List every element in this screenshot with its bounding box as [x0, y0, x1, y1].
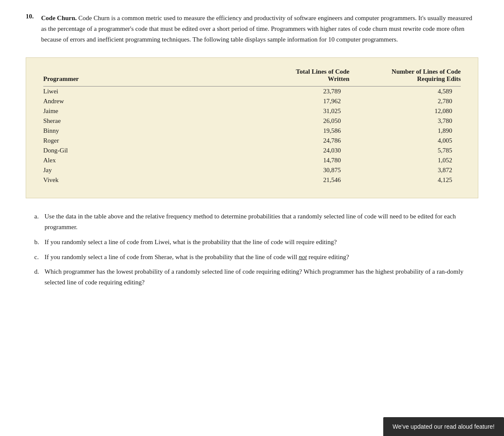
question-a-label: a. — [34, 211, 42, 233]
table-header-row: Programmer Total Lines of Code Written N… — [43, 68, 461, 87]
cell-edits-lines: 3,780 — [349, 116, 461, 126]
cell-edits-lines: 1,052 — [349, 155, 461, 165]
problem-number: 10. — [26, 13, 38, 45]
table-row: Jay30,8753,872 — [43, 165, 461, 175]
question-c: c. If you randomly select a line of code… — [26, 252, 478, 263]
table-row: Liwei23,7894,589 — [43, 87, 461, 97]
cell-edits-lines: 1,890 — [349, 126, 461, 136]
problem-intro: Code Churn is a common metric used to me… — [41, 15, 472, 43]
table-row: Binny19,5861,890 — [43, 126, 461, 136]
cell-total-lines: 14,780 — [255, 155, 349, 165]
cell-edits-lines: 2,780 — [349, 96, 461, 106]
cell-programmer-name: Binny — [43, 126, 255, 136]
cell-programmer-name: Andrew — [43, 96, 255, 106]
cell-total-lines: 19,586 — [255, 126, 349, 136]
cell-total-lines: 24,030 — [255, 146, 349, 155]
cell-total-lines: 24,786 — [255, 136, 349, 146]
question-d: d. Which programmer has the lowest proba… — [26, 266, 478, 288]
problem-header: 10. Code Churn. Code Churn is a common m… — [26, 13, 478, 45]
data-table: Programmer Total Lines of Code Written N… — [43, 68, 461, 185]
question-a: a. Use the data in the table above and t… — [26, 211, 478, 233]
col-edits-header: Number of Lines of Code Requiring Edits — [349, 68, 461, 87]
cell-programmer-name: Liwei — [43, 87, 255, 97]
cell-edits-lines: 4,125 — [349, 175, 461, 185]
cell-edits-lines: 4,005 — [349, 136, 461, 146]
question-c-label: c. — [34, 252, 42, 263]
question-d-label: d. — [34, 266, 42, 288]
cell-programmer-name: Sherae — [43, 116, 255, 126]
question-b: b. If you randomly select a line of code… — [26, 237, 478, 248]
cell-programmer-name: Jaime — [43, 106, 255, 116]
col-total-header: Total Lines of Code Written — [255, 68, 349, 87]
table-body: Liwei23,7894,589Andrew17,9622,780Jaime31… — [43, 87, 461, 185]
table-row: Jaime31,02512,080 — [43, 106, 461, 116]
toast-notification[interactable]: We've updated our read aloud feature! — [383, 417, 504, 436]
cell-total-lines: 30,875 — [255, 165, 349, 175]
cell-programmer-name: Alex — [43, 155, 255, 165]
cell-total-lines: 17,962 — [255, 96, 349, 106]
cell-total-lines: 21,546 — [255, 175, 349, 185]
problem-body: Code Churn. Code Churn is a common metri… — [41, 13, 478, 45]
questions-section: a. Use the data in the table above and t… — [26, 211, 478, 288]
question-c-text: If you randomly select a line of code fr… — [45, 252, 478, 263]
question-b-label: b. — [34, 237, 42, 248]
table-row: Sherae26,0503,780 — [43, 116, 461, 126]
cell-programmer-name: Jay — [43, 165, 255, 175]
cell-programmer-name: Vivek — [43, 175, 255, 185]
table-row: Vivek21,5464,125 — [43, 175, 461, 185]
data-table-container: Programmer Total Lines of Code Written N… — [26, 57, 478, 198]
table-row: Andrew17,9622,780 — [43, 96, 461, 106]
question-b-text: If you randomly select a line of code fr… — [45, 237, 478, 248]
cell-edits-lines: 3,872 — [349, 165, 461, 175]
problem-container: 10. Code Churn. Code Churn is a common m… — [26, 13, 478, 288]
table-row: Roger24,7864,005 — [43, 136, 461, 146]
problem-term: Code Churn. — [41, 15, 77, 21]
table-row: Dong-Gil24,0305,785 — [43, 146, 461, 155]
col-programmer-header: Programmer — [43, 68, 255, 87]
cell-total-lines: 31,025 — [255, 106, 349, 116]
cell-edits-lines: 12,080 — [349, 106, 461, 116]
cell-programmer-name: Roger — [43, 136, 255, 146]
cell-total-lines: 26,050 — [255, 116, 349, 126]
toast-text: We've updated our read aloud feature! — [393, 423, 495, 430]
cell-programmer-name: Dong-Gil — [43, 146, 255, 155]
cell-edits-lines: 4,589 — [349, 87, 461, 97]
table-row: Alex14,7801,052 — [43, 155, 461, 165]
question-d-text: Which programmer has the lowest probabil… — [45, 266, 478, 288]
cell-total-lines: 23,789 — [255, 87, 349, 97]
question-a-text: Use the data in the table above and the … — [45, 211, 478, 233]
cell-edits-lines: 5,785 — [349, 146, 461, 155]
